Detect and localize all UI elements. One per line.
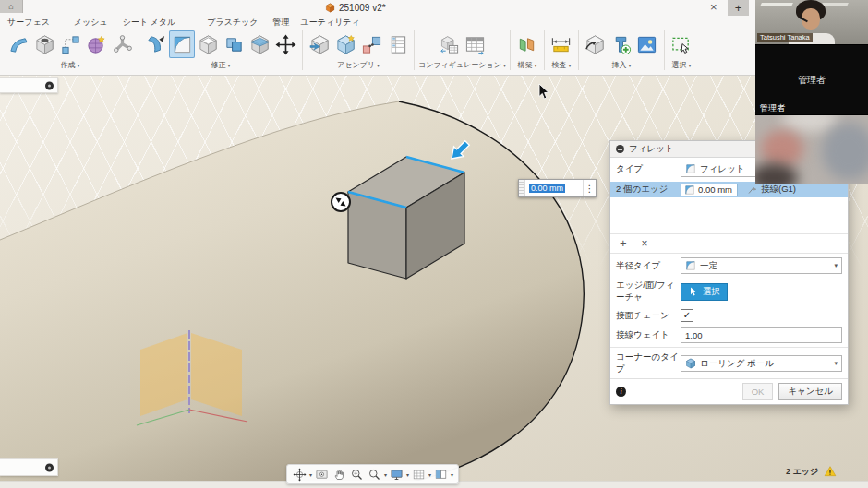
remove-edge-set-button[interactable]: × bbox=[642, 237, 648, 250]
radius-type-value: 一定 bbox=[700, 260, 717, 272]
zoom-button[interactable] bbox=[350, 468, 364, 482]
chevron-down-icon[interactable]: ▾ bbox=[428, 471, 431, 478]
video-tile-participant-1[interactable]: Tatsushi Tanaka bbox=[755, 0, 868, 45]
select-icon[interactable] bbox=[669, 30, 694, 58]
shell-icon[interactable] bbox=[195, 30, 221, 58]
participant-name-label: 管理者 bbox=[757, 103, 788, 113]
select-button-label: 選択 bbox=[703, 286, 720, 298]
chevron-down-icon[interactable]: ▾ bbox=[451, 471, 453, 478]
bom-icon[interactable] bbox=[384, 30, 410, 58]
chevron-down-icon: ▾ bbox=[834, 360, 838, 367]
tangent-chain-checkbox[interactable]: ✓ bbox=[681, 309, 693, 322]
ribbon-tab-4[interactable]: プラスチック bbox=[207, 17, 258, 29]
chevron-down-icon: ▾ bbox=[503, 62, 506, 68]
grid-button[interactable] bbox=[412, 468, 426, 482]
ribbon-group-label[interactable]: 選択▾ bbox=[671, 60, 691, 70]
orbit-button[interactable] bbox=[293, 468, 307, 482]
insert-derive-icon[interactable] bbox=[307, 30, 332, 58]
kebab-menu-icon[interactable]: ⋮ bbox=[583, 180, 596, 196]
tangent-chain-label: 接面チェーン bbox=[616, 310, 681, 322]
corner-type-dropdown[interactable]: ローリング ボール ▾ bbox=[681, 355, 842, 372]
new-tab-button[interactable]: + bbox=[728, 0, 749, 16]
ribbon-group-label[interactable]: アセンブリ▾ bbox=[337, 60, 380, 70]
chevron-down-icon: ▾ bbox=[534, 62, 536, 68]
video-call-panel: Tatsushi Tanaka 管理者 管理者 bbox=[755, 0, 868, 183]
chevron-down-icon: ▾ bbox=[227, 62, 230, 68]
fillet-icon bbox=[684, 184, 695, 196]
close-tab-button[interactable]: × bbox=[710, 1, 717, 14]
fillet-radius-manipulator[interactable] bbox=[332, 193, 350, 211]
tangency-dropdown[interactable]: 接線(G1) bbox=[747, 184, 796, 196]
canvas-icon[interactable] bbox=[634, 30, 660, 58]
split-body-icon[interactable] bbox=[247, 30, 272, 58]
joint-icon[interactable] bbox=[358, 30, 384, 58]
drag-handle[interactable] bbox=[519, 180, 525, 196]
chevron-down-icon[interactable]: ▾ bbox=[384, 471, 387, 478]
radius-type-dropdown[interactable]: 一定 ▾ bbox=[681, 257, 842, 274]
chevron-down-icon[interactable]: ▾ bbox=[406, 471, 409, 478]
fit-button[interactable] bbox=[368, 468, 381, 482]
chevron-down-icon[interactable]: ▾ bbox=[309, 471, 312, 478]
look-at-button[interactable] bbox=[315, 468, 329, 482]
ribbon-tab-bar: サーフェスメッシュシート メタルプラスチック管理ユーティリティ bbox=[7, 17, 360, 29]
new-component-icon[interactable] bbox=[332, 30, 358, 58]
document-tab[interactable]: 251009 v2* bbox=[325, 3, 386, 13]
ribbon-tab-3[interactable]: シート メタル bbox=[123, 17, 176, 29]
cancel-button[interactable]: キャンセル bbox=[778, 383, 842, 400]
pattern-icon[interactable] bbox=[57, 30, 83, 58]
view-navigation-bar: ▾▾▾▾▾ bbox=[286, 464, 459, 484]
measure-icon[interactable] bbox=[549, 30, 574, 58]
tangency-value: 接線(G1) bbox=[761, 184, 796, 196]
ok-button[interactable]: OK bbox=[742, 383, 774, 400]
sweep-icon[interactable] bbox=[6, 30, 31, 58]
select-button[interactable]: 選択 bbox=[681, 283, 728, 301]
ribbon-tab-5[interactable]: 管理 bbox=[273, 17, 290, 29]
video-tile-participant-2[interactable]: 管理者 管理者 bbox=[755, 45, 868, 115]
tangent-weight-value: 1.00 bbox=[685, 330, 703, 340]
fastener-icon[interactable] bbox=[609, 30, 634, 58]
insert-mesh-icon[interactable] bbox=[583, 30, 609, 58]
hole-icon[interactable] bbox=[31, 30, 57, 58]
radius-input[interactable]: 0.00 mm bbox=[525, 180, 583, 196]
ribbon-tab-6[interactable]: ユーティリティ bbox=[301, 17, 360, 29]
browser-panel-collapsed[interactable] bbox=[0, 77, 58, 93]
ribbon-group-label[interactable]: 構築▾ bbox=[517, 60, 536, 70]
radius-type-label: 半径タイプ bbox=[616, 260, 681, 272]
viewports-button[interactable] bbox=[434, 468, 448, 482]
tangent-weight-input[interactable]: 1.00 bbox=[681, 327, 842, 343]
warning-icon[interactable] bbox=[824, 465, 837, 478]
form-icon[interactable] bbox=[83, 30, 109, 58]
document-title: 251009 v2* bbox=[339, 3, 386, 13]
video-tile-participant-3[interactable] bbox=[755, 115, 868, 184]
pan-button[interactable] bbox=[332, 468, 346, 482]
config-table-icon[interactable] bbox=[462, 30, 488, 58]
move-icon[interactable] bbox=[272, 30, 298, 58]
combine-icon[interactable] bbox=[221, 30, 247, 58]
ribbon-group-label[interactable]: コンフィギュレーション▾ bbox=[418, 60, 506, 70]
ribbon-group-label[interactable]: 作成▾ bbox=[60, 60, 79, 70]
pipe-icon[interactable] bbox=[109, 30, 135, 58]
edge-set-list[interactable] bbox=[610, 197, 848, 234]
home-tab[interactable]: ⌂ bbox=[0, 0, 23, 13]
press-pull-icon[interactable] bbox=[143, 30, 169, 58]
ribbon-group: 作成▾ bbox=[2, 30, 139, 70]
add-edge-set-button[interactable]: + bbox=[620, 236, 627, 250]
ribbon-tab-1[interactable]: サーフェス bbox=[7, 17, 50, 29]
panel-toggle-icon[interactable] bbox=[45, 81, 54, 89]
construction-plane-icon[interactable] bbox=[514, 30, 540, 58]
model-body[interactable] bbox=[0, 101, 584, 488]
ribbon-group-label[interactable]: 修正▾ bbox=[211, 60, 230, 70]
divider bbox=[610, 347, 848, 348]
settings-gear-icon[interactable] bbox=[45, 463, 54, 471]
ribbon-tab-2[interactable]: メッシュ bbox=[74, 17, 108, 29]
info-icon[interactable]: i bbox=[616, 387, 626, 397]
chevron-down-icon: ▾ bbox=[77, 62, 79, 68]
fillet-icon[interactable] bbox=[169, 30, 195, 58]
display-settings-button[interactable] bbox=[390, 468, 404, 482]
timeline-panel-collapsed[interactable] bbox=[0, 458, 58, 476]
configure-icon[interactable] bbox=[436, 30, 462, 58]
edge-radius-input[interactable]: 0.00 mm bbox=[681, 184, 738, 196]
ribbon-group-label[interactable]: 挿入▾ bbox=[611, 60, 631, 70]
fillet-icon bbox=[685, 260, 696, 271]
ribbon-group-label[interactable]: 検査▾ bbox=[551, 60, 571, 70]
